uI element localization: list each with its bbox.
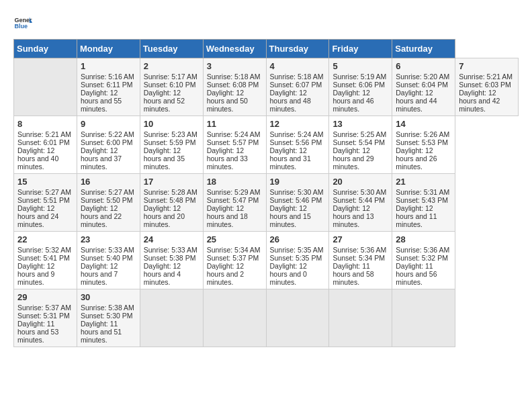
calendar-day-3: 3Sunrise: 5:18 AMSunset: 6:08 PMDaylight… [203,58,266,116]
empty-cell [266,289,329,347]
calendar-day-11: 11Sunrise: 5:24 AMSunset: 5:57 PMDayligh… [203,116,266,174]
empty-cell [329,289,392,347]
weekday-header-monday: Monday [77,40,140,58]
logo-icon: General Blue [13,13,32,32]
calendar-table: SundayMondayTuesdayWednesdayThursdayFrid… [13,39,519,347]
calendar-day-21: 21Sunrise: 5:31 AMSunset: 5:43 PMDayligh… [392,174,455,232]
calendar-day-5: 5Sunrise: 5:19 AMSunset: 6:06 PMDaylight… [329,58,392,116]
empty-cell [14,58,77,116]
empty-cell [392,289,455,347]
calendar-day-30: 30Sunrise: 5:38 AMSunset: 5:30 PMDayligh… [77,289,140,347]
calendar-day-25: 25Sunrise: 5:34 AMSunset: 5:37 PMDayligh… [203,232,266,289]
calendar-day-15: 15Sunrise: 5:27 AMSunset: 5:51 PMDayligh… [14,174,77,232]
calendar-day-16: 16Sunrise: 5:27 AMSunset: 5:50 PMDayligh… [77,174,140,232]
calendar-day-28: 28Sunrise: 5:36 AMSunset: 5:32 PMDayligh… [392,232,455,289]
weekday-header-tuesday: Tuesday [140,40,203,58]
weekday-header-wednesday: Wednesday [203,40,266,58]
logo: General Blue [13,13,32,32]
calendar-day-19: 19Sunrise: 5:30 AMSunset: 5:46 PMDayligh… [266,174,329,232]
weekday-header-friday: Friday [329,40,392,58]
calendar-day-6: 6Sunrise: 5:20 AMSunset: 6:04 PMDaylight… [392,58,455,116]
calendar-day-10: 10Sunrise: 5:23 AMSunset: 5:59 PMDayligh… [140,116,203,174]
calendar-day-14: 14Sunrise: 5:26 AMSunset: 5:53 PMDayligh… [392,116,455,174]
weekday-header-saturday: Saturday [392,40,455,58]
calendar-day-9: 9Sunrise: 5:22 AMSunset: 6:00 PMDaylight… [77,116,140,174]
calendar-day-20: 20Sunrise: 5:30 AMSunset: 5:44 PMDayligh… [329,174,392,232]
calendar-day-2: 2Sunrise: 5:17 AMSunset: 6:10 PMDaylight… [140,58,203,116]
svg-text:Blue: Blue [14,23,28,30]
calendar-day-29: 29Sunrise: 5:37 AMSunset: 5:31 PMDayligh… [14,289,77,347]
weekday-header-sunday: Sunday [14,40,77,58]
empty-cell [140,289,203,347]
calendar-day-22: 22Sunrise: 5:32 AMSunset: 5:41 PMDayligh… [14,232,77,289]
calendar-day-26: 26Sunrise: 5:35 AMSunset: 5:35 PMDayligh… [266,232,329,289]
calendar-day-1: 1Sunrise: 5:16 AMSunset: 6:11 PMDaylight… [77,58,140,116]
calendar-day-12: 12Sunrise: 5:24 AMSunset: 5:56 PMDayligh… [266,116,329,174]
calendar-day-27: 27Sunrise: 5:36 AMSunset: 5:34 PMDayligh… [329,232,392,289]
calendar-day-23: 23Sunrise: 5:33 AMSunset: 5:40 PMDayligh… [77,232,140,289]
empty-cell [203,289,266,347]
calendar-day-17: 17Sunrise: 5:28 AMSunset: 5:48 PMDayligh… [140,174,203,232]
calendar-day-18: 18Sunrise: 5:29 AMSunset: 5:47 PMDayligh… [203,174,266,232]
page-header: General Blue [13,13,519,32]
calendar-day-8: 8Sunrise: 5:21 AMSunset: 6:01 PMDaylight… [14,116,77,174]
calendar-day-13: 13Sunrise: 5:25 AMSunset: 5:54 PMDayligh… [329,116,392,174]
weekday-header-thursday: Thursday [266,40,329,58]
calendar-day-24: 24Sunrise: 5:33 AMSunset: 5:38 PMDayligh… [140,232,203,289]
calendar-day-7: 7Sunrise: 5:21 AMSunset: 6:03 PMDaylight… [455,58,519,116]
calendar-day-4: 4Sunrise: 5:18 AMSunset: 6:07 PMDaylight… [266,58,329,116]
